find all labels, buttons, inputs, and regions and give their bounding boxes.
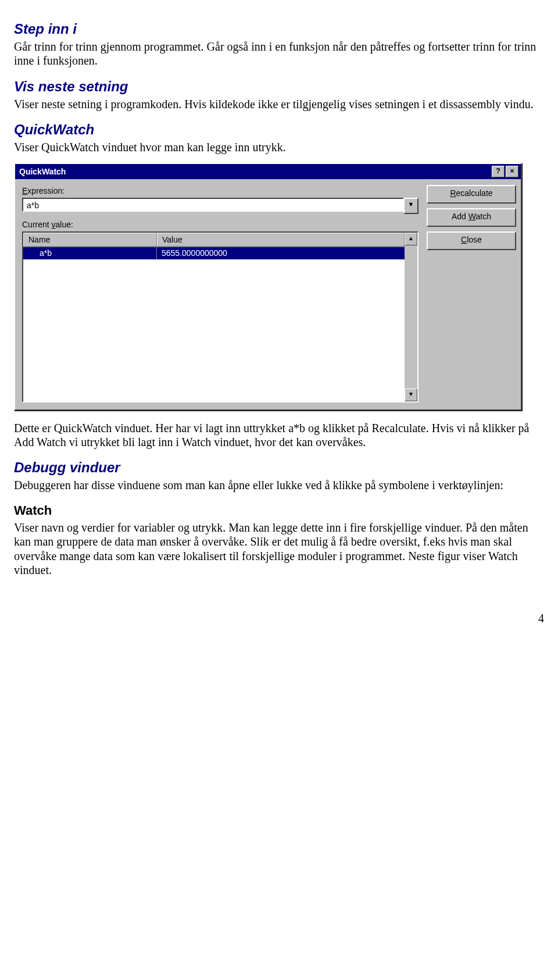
col-value[interactable]: Value	[157, 233, 405, 247]
current-value-label: Current value:	[22, 220, 419, 229]
recalculate-button[interactable]: Recalculate	[427, 185, 516, 204]
expression-label: Expression:	[22, 186, 419, 195]
para-vis-neste: Viser neste setning i programkoden. Hvis…	[14, 97, 544, 111]
list-row[interactable]: a*b 5655.0000000000	[23, 247, 405, 259]
list-header: Name Value	[23, 233, 405, 247]
para-after-qw: Dette er QuickWatch vinduet. Her har vi …	[14, 421, 544, 450]
scroll-down-icon[interactable]: ▼	[405, 389, 417, 401]
add-watch-button[interactable]: Add Watch	[427, 208, 516, 227]
heading-quickwatch: QuickWatch	[14, 122, 544, 138]
dialog-title: QuickWatch	[17, 167, 491, 176]
scroll-up-icon[interactable]: ▲	[405, 233, 417, 245]
heading-watch: Watch	[14, 503, 544, 518]
para-debugg: Debuggeren har disse vinduene som man ka…	[14, 478, 544, 492]
chevron-down-icon[interactable]: ▼	[403, 198, 419, 214]
para-quickwatch: Viser QuickWatch vinduet hvor man kan le…	[14, 140, 544, 154]
scroll-track[interactable]	[405, 245, 417, 389]
close-button[interactable]: Close	[427, 231, 516, 250]
quickwatch-dialog: QuickWatch ? × Expression: a*b ▼ Current…	[14, 163, 522, 411]
para-step-inn: Går trinn for trinn gjennom programmet. …	[14, 40, 544, 68]
help-icon[interactable]: ?	[492, 166, 505, 177]
titlebar[interactable]: QuickWatch ? ×	[15, 164, 521, 179]
heading-vis-neste: Vis neste setning	[14, 79, 544, 95]
value-list[interactable]: Name Value a*b 5655.0000000000	[22, 231, 405, 402]
col-name[interactable]: Name	[23, 233, 157, 247]
cell-name: a*b	[23, 247, 157, 259]
heading-debugg: Debugg vinduer	[14, 459, 544, 476]
para-watch: Viser navn og verdier for variabler og u…	[14, 521, 544, 578]
page-number: 4	[14, 612, 544, 625]
heading-step-inn: Step inn i	[14, 21, 544, 37]
scrollbar[interactable]: ▲ ▼	[405, 231, 419, 402]
expression-input[interactable]: a*b	[22, 198, 403, 212]
expression-combo[interactable]: a*b ▼	[22, 198, 419, 214]
close-icon[interactable]: ×	[506, 166, 518, 177]
cell-value: 5655.0000000000	[157, 247, 405, 259]
